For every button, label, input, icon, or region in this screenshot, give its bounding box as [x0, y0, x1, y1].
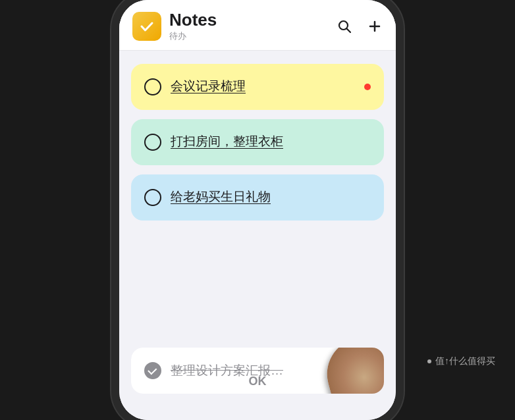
app-title: Notes	[169, 11, 217, 30]
title-group: Notes 待办	[169, 11, 217, 42]
note-card-2[interactable]: 打扫房间，整理衣柜	[131, 119, 384, 165]
note-text-4: 整理设计方案汇报…	[171, 363, 371, 379]
app-icon	[132, 12, 161, 41]
note-card-4-wrapper: 整理设计方案汇报… OK	[131, 348, 384, 394]
app-header: Notes 待办	[119, 0, 396, 51]
ok-label: OK	[249, 375, 267, 388]
red-dot-1	[364, 84, 371, 90]
note-radio-4[interactable]	[144, 362, 161, 379]
phone-screen: Notes 待办	[119, 0, 396, 420]
add-button[interactable]	[367, 18, 383, 34]
note-radio-2[interactable]	[144, 134, 161, 151]
note-text-1: 会议记录梳理	[171, 78, 354, 95]
notes-list: 会议记录梳理 打扫房间，整理衣柜 给老妈买生日礼物 整理设计方案汇报…	[119, 51, 396, 400]
side-label-text: 值↑什么值得买	[435, 355, 495, 367]
search-icon	[337, 18, 352, 34]
app-subtitle: 待办	[169, 30, 217, 42]
header-left: Notes 待办	[132, 11, 217, 42]
bottom-area	[119, 400, 396, 420]
note-card-3[interactable]: 给老妈买生日礼物	[131, 174, 384, 221]
checkmark-icon	[138, 18, 155, 35]
search-button[interactable]	[337, 18, 352, 34]
note-text-2: 打扫房间，整理衣柜	[171, 134, 371, 150]
side-label-dot	[427, 359, 431, 363]
note-card-1[interactable]: 会议记录梳理	[131, 64, 384, 110]
plus-icon	[367, 18, 383, 34]
note-radio-1[interactable]	[144, 78, 161, 95]
phone-frame: Notes 待办	[119, 0, 396, 420]
side-label: 值↑什么值得买	[427, 355, 495, 367]
note-text-3: 给老妈买生日礼物	[171, 189, 371, 205]
header-actions	[337, 18, 383, 34]
note-radio-3[interactable]	[144, 189, 161, 206]
svg-line-2	[347, 28, 351, 32]
